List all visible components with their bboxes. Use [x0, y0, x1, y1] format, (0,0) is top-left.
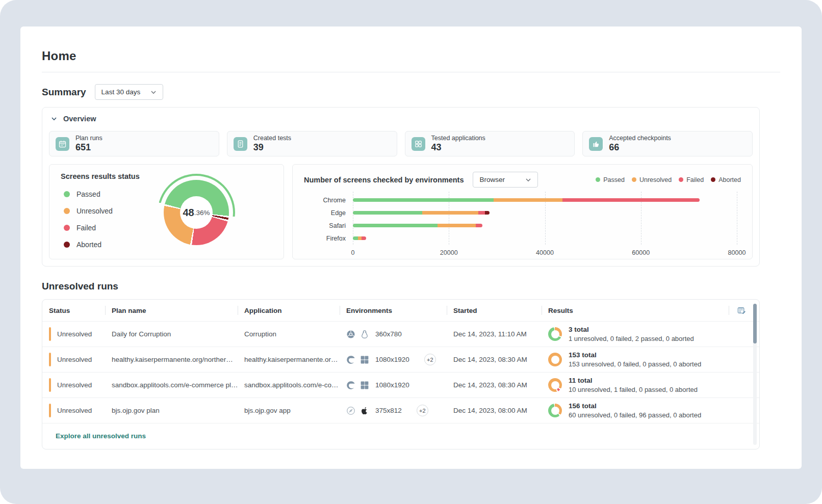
results-detail: 153 unresolved, 0 failed, 0 passed, 0 ab… [569, 360, 701, 368]
table-row[interactable]: Unresolved bjs.ojp.gov plan bjs.ojp.gov … [42, 397, 759, 423]
legend-item-aborted: Aborted [64, 241, 113, 249]
stat-card-tested-applications: Tested applications 43 [405, 131, 575, 156]
edge-icon [346, 381, 355, 390]
x-axis-ticks: 020000400006000080000 [353, 248, 737, 258]
table-header-row: Status Plan name Application Environment… [42, 300, 759, 321]
legend-item-failed: Failed [64, 224, 113, 232]
bar-segment-unresolved [422, 211, 478, 215]
stat-card-created-tests: Created tests 39 [227, 131, 397, 156]
calendar-icon [56, 137, 69, 151]
bar-segment-aborted [485, 211, 490, 215]
resolution-text: 360x780 [375, 330, 402, 338]
results-detail: 1 unresolved, 0 failed, 2 passed, 0 abor… [569, 335, 694, 342]
legend-label: Failed [686, 176, 704, 183]
status-donut-legend: Passed Unresolved Failed Aborted [64, 190, 113, 249]
donut-center-label: 48.36% [180, 196, 213, 229]
stat-value: 66 [609, 142, 671, 153]
column-header-application: Application [238, 300, 340, 321]
results-donut [548, 353, 562, 366]
x-axis-tick-label: 80000 [728, 249, 746, 256]
stat-label: Tested applications [431, 135, 485, 142]
stacked-bar-chrome [353, 198, 700, 202]
results-total: 156 total [569, 402, 701, 410]
status-label: Unresolved [57, 407, 92, 414]
bar-category-label: Chrome [304, 197, 346, 204]
legend-item-passed: Passed [64, 190, 113, 198]
edge-icon [346, 355, 355, 364]
explore-all-unresolved-runs-link[interactable]: Explore all unresolved runs [56, 432, 146, 440]
legend-label: Unresolved [639, 176, 672, 183]
date-range-select[interactable]: Last 30 days [95, 84, 164, 100]
manage-columns-icon[interactable] [737, 306, 746, 315]
stat-label: Created tests [253, 135, 291, 142]
table-scrollbar-thumb[interactable] [753, 304, 757, 343]
overview-label: Overview [63, 115, 96, 123]
legend-item-failed: Failed [679, 176, 704, 183]
extra-environments-badge[interactable]: +2 [417, 405, 428, 416]
bar-segment-passed [353, 224, 438, 227]
env-chart-title: Number of screens checked by environment… [304, 176, 464, 184]
extra-environments-badge[interactable]: +2 [424, 354, 436, 365]
stat-value: 651 [75, 142, 102, 153]
bar-segment-unresolved [358, 236, 362, 240]
linux-icon [360, 330, 369, 339]
status-label: Unresolved [57, 356, 92, 363]
date-range-value: Last 30 days [101, 88, 141, 96]
stats-row: Plan runs 651 Created tests 39 Tested [49, 131, 753, 156]
apps-grid-icon [412, 137, 425, 151]
screens-results-card: Screens results status Passed Unresolved… [49, 164, 284, 259]
table-row[interactable]: Unresolved Daily for Corruption Corrupti… [42, 321, 759, 347]
application-name: Corruption [238, 330, 340, 338]
overview-collapse-toggle[interactable]: Overview [49, 114, 753, 123]
legend-label: Aborted [718, 176, 741, 183]
results-donut [548, 404, 562, 417]
started-timestamp: Dec 14, 2023, 08:30 AM [447, 356, 542, 363]
donut-center-frac: .36% [194, 209, 210, 217]
unresolved-dot [64, 208, 70, 214]
plan-name: healthy.kaiserpermanente.org/norther… [105, 356, 238, 363]
started-timestamp: Dec 14, 2023, 08:30 AM [447, 381, 542, 389]
windows-icon [360, 355, 369, 364]
bar-segment-failed [476, 224, 482, 227]
resolution-text: 1080x1920 [375, 356, 409, 363]
legend-label: Aborted [76, 241, 101, 249]
column-header-environments: Environments [340, 300, 447, 321]
legend-label: Unresolved [76, 207, 113, 215]
unresolved-runs-heading: Unresolved runs [42, 281, 780, 292]
chevron-down-icon [51, 116, 57, 122]
results-detail: 10 unresolved, 1 failed, 0 passed, 0 abo… [569, 386, 698, 393]
legend-item-aborted: Aborted [711, 176, 741, 183]
plan-name: Daily for Corruption [105, 330, 238, 338]
bar-category-label: Edge [304, 209, 346, 217]
results-total: 11 total [569, 377, 698, 384]
stacked-bar-edge [353, 211, 490, 215]
bar-segment-unresolved [494, 198, 563, 202]
aborted-dot [64, 242, 70, 248]
resolution-text: 1080x1920 [375, 381, 409, 389]
environment-type-select[interactable]: Browser [473, 172, 538, 188]
stacked-bar-safari [353, 224, 482, 227]
bar-category-label: Firefox [304, 235, 346, 242]
results-total: 153 total [569, 351, 701, 359]
application-name: bjs.ojp.gov app [238, 407, 340, 414]
table-row[interactable]: Unresolved sandbox.applitools.com/e-comm… [42, 372, 759, 397]
column-header-started: Started [447, 300, 542, 321]
table-row[interactable]: Unresolved healthy.kaiserpermanente.org/… [42, 347, 759, 372]
status-label: Unresolved [57, 330, 92, 338]
started-timestamp: Dec 14, 2023, 08:00 AM [447, 407, 542, 414]
legend-label: Passed [76, 190, 100, 198]
overview-panel: Overview Plan runs 651 Created tests 39 [42, 107, 760, 267]
x-axis-tick-label: 60000 [632, 249, 650, 256]
status-accent-bar [49, 378, 51, 392]
chevron-down-icon [525, 177, 531, 183]
status-donut-chart: 48.36% [158, 174, 235, 251]
results-detail: 60 unresolved, 0 failed, 96 passed, 0 ab… [569, 411, 701, 419]
aborted-dot [711, 177, 715, 182]
environment-type-value: Browser [479, 176, 505, 183]
status-accent-bar [49, 327, 51, 341]
page: Home Summary Last 30 days Overview Plan … [20, 26, 802, 469]
bar-segment-passed [353, 236, 358, 240]
bar-segment-failed [362, 236, 366, 240]
chrome-icon [346, 330, 355, 339]
legend-item-unresolved: Unresolved [632, 176, 672, 183]
